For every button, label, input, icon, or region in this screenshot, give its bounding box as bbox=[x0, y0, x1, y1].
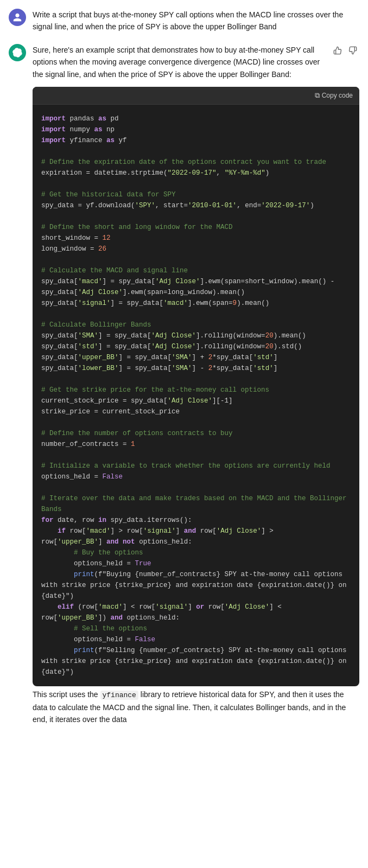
ai-intro-text: Sure, here's an example script that demo… bbox=[33, 44, 327, 80]
thumbs-down-button[interactable] bbox=[346, 45, 359, 58]
thumbs-up-button[interactable] bbox=[331, 45, 344, 58]
copy-button-label: Copy code bbox=[322, 92, 353, 99]
ai-message-header: Sure, here's an example script that demo… bbox=[33, 44, 359, 80]
chat-container: Write a script that buys at-the-money SP… bbox=[0, 0, 368, 735]
user-message-text: Write a script that buys at-the-money SP… bbox=[33, 10, 343, 31]
reaction-buttons bbox=[331, 45, 359, 58]
yfinance-code: yfinance bbox=[100, 691, 138, 700]
user-message-row: Write a script that buys at-the-money SP… bbox=[9, 9, 359, 33]
copy-icon: ⧉ bbox=[315, 91, 320, 100]
user-avatar bbox=[9, 9, 26, 26]
bottom-text: This script uses the yfinance library to… bbox=[33, 688, 359, 726]
code-block: ⧉ Copy code import pandas as pd import n… bbox=[33, 87, 359, 686]
ai-message-content: Sure, here's an example script that demo… bbox=[33, 44, 359, 726]
copy-code-button[interactable]: ⧉ Copy code bbox=[315, 91, 353, 100]
user-message-content: Write a script that buys at-the-money SP… bbox=[33, 9, 359, 33]
ai-message-row: Sure, here's an example script that demo… bbox=[9, 44, 359, 726]
code-body: import pandas as pd import numpy as np i… bbox=[33, 105, 359, 686]
ai-avatar bbox=[9, 44, 26, 61]
code-header: ⧉ Copy code bbox=[33, 87, 359, 105]
